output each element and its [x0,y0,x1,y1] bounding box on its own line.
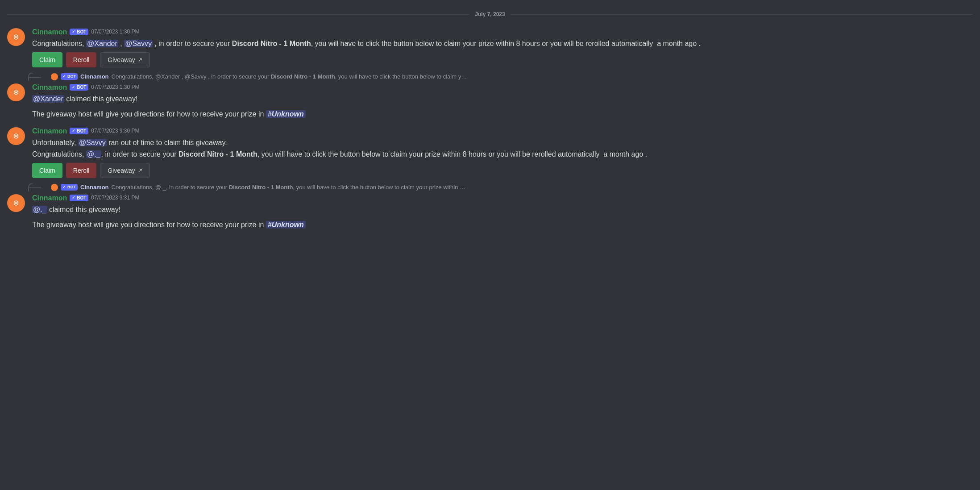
reply-bar-2: BOT Cinnamon Congratulations, @Xander , … [0,72,980,82]
avatar-cinnamon-1 [7,28,25,46]
channel-unknown-1[interactable]: #Unknown [266,110,306,118]
message-header-2: Cinnamon BOT 07/07/2023 1:30 PM [32,83,973,92]
reply-avatar-2 [51,73,58,80]
message-text-2b: The giveaway host will give you directio… [32,109,973,119]
mention-dot-4: @._ [32,206,47,213]
giveaway-label-1: Giveaway [108,56,135,63]
username-3: Cinnamon [32,126,67,136]
message-content-2: Cinnamon BOT 07/07/2023 1:30 PM @Xander … [32,83,973,119]
mention-xander: @Xander [86,40,118,47]
bot-badge-2: BOT [70,84,88,91]
avatar-cinnamon-3 [7,127,25,145]
giveaway-label-3: Giveaway [108,167,135,174]
reply-avatar-4 [51,184,58,191]
message-header-1: Cinnamon BOT 07/07/2023 1:30 PM [32,27,973,37]
mention-xander-2: @Xander [32,95,64,103]
svg-point-4 [52,74,57,79]
giveaway-button-1[interactable]: Giveaway ↗ [100,52,149,67]
date-divider: July 7, 2023 [7,11,973,18]
external-link-icon-3: ↗ [138,167,142,174]
mention-dot-3: @._ [86,150,101,158]
reply-curve-icon-4 [25,183,41,191]
mention-savvy-3: @Savvy [78,139,107,146]
message-content-4: Cinnamon BOT 07/07/2023 9:31 PM @._ clai… [32,193,973,230]
reply-bot-badge-4: BOT [61,184,78,190]
message-text-2: @Xander claimed this giveaway! [32,94,973,104]
message-content-3: Cinnamon BOT 07/07/2023 9:30 PM Unfortun… [32,126,973,178]
bot-badge-1: BOT [70,29,88,36]
bot-badge-4: BOT [70,195,88,202]
timestamp-1: 07/07/2023 1:30 PM [91,28,139,36]
reply-bar-4: BOT Cinnamon Congratulations, @._, in or… [0,183,980,192]
message-text-4: @._ claimed this giveaway! [32,205,973,215]
external-link-icon-1: ↗ [138,57,142,63]
username-4: Cinnamon [32,193,67,203]
username-1: Cinnamon [32,27,67,37]
chat-container: July 7, 2023 Cinnamon BOT 07/07/2023 1:3… [0,0,980,239]
claim-button-1[interactable]: Claim [32,52,62,67]
timestamp-4: 07/07/2023 9:31 PM [91,194,139,202]
message-group-2: Cinnamon BOT 07/07/2023 1:30 PM @Xander … [0,82,980,121]
prize-name-1: Discord Nitro - 1 Month [232,40,311,47]
buttons-row-1: Claim Reroll Giveaway ↗ [32,52,973,67]
avatar-cinnamon-2 [7,83,25,101]
reply-group-4: BOT Cinnamon Congratulations, @._, in or… [0,180,980,232]
message-group-3: Cinnamon BOT 07/07/2023 9:30 PM Unfortun… [0,125,980,180]
giveaway-button-3[interactable]: Giveaway ↗ [100,163,149,178]
message-header-4: Cinnamon BOT 07/07/2023 9:31 PM [32,193,973,203]
message-group-1: Cinnamon BOT 07/07/2023 1:30 PM Congratu… [0,25,980,69]
reply-username-2: Cinnamon [80,73,109,81]
message-content-1: Cinnamon BOT 07/07/2023 1:30 PM Congratu… [32,27,973,67]
timestamp-3: 07/07/2023 9:30 PM [91,127,139,135]
reply-bot-badge-2: BOT [61,73,78,79]
message-text-3b: Congratulations, @._, in order to secure… [32,149,973,159]
reroll-button-3[interactable]: Reroll [66,163,97,178]
message-text-3a: Unfortunately, @Savvy ran out of time to… [32,138,973,148]
message-group-4: Cinnamon BOT 07/07/2023 9:31 PM @._ clai… [0,192,980,232]
reply-curve-icon-2 [25,73,41,81]
message-text-4b: The giveaway host will give you directio… [32,220,973,230]
username-2: Cinnamon [32,83,67,92]
timestamp-2: 07/07/2023 1:30 PM [91,83,139,91]
reply-content-4: Congratulations, @._, in order to secure… [112,183,469,191]
message-text-1: Congratulations, @Xander , @Savvy , in o… [32,39,973,49]
svg-point-12 [52,185,57,190]
buttons-row-3: Claim Reroll Giveaway ↗ [32,163,973,178]
bot-badge-3: BOT [70,128,88,135]
channel-unknown-2[interactable]: #Unknown [266,221,306,228]
reply-content-2: Congratulations, @Xander , @Savvy , in o… [112,73,469,81]
mention-savvy: @Savvy [124,40,153,47]
avatar-cinnamon-4 [7,194,25,212]
reroll-button-1[interactable]: Reroll [66,52,97,67]
reply-group-2: BOT Cinnamon Congratulations, @Xander , … [0,69,980,121]
claim-button-3[interactable]: Claim [32,163,62,178]
prize-name-3: Discord Nitro - 1 Month [179,150,257,158]
reply-username-4: Cinnamon [80,183,109,191]
message-header-3: Cinnamon BOT 07/07/2023 9:30 PM [32,126,973,136]
